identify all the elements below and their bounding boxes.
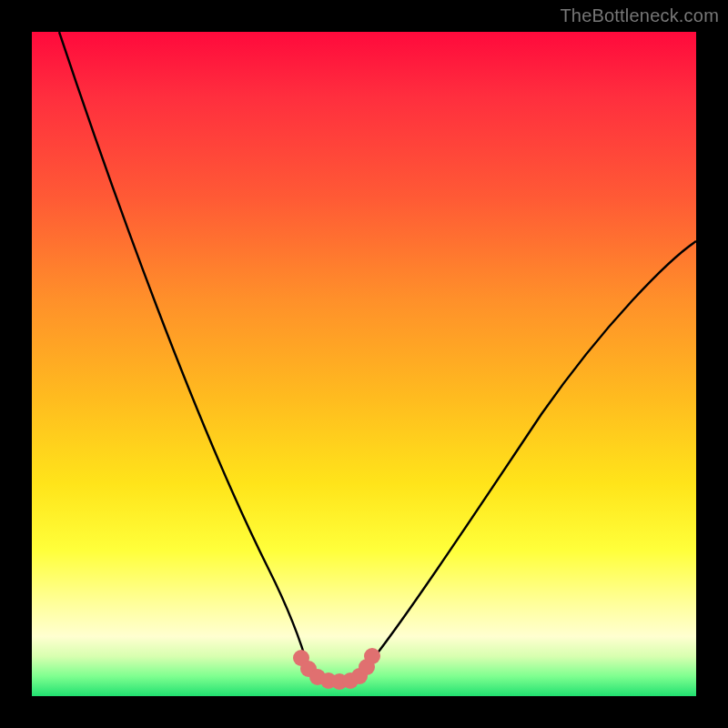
floor-highlight-dots — [293, 648, 380, 690]
svg-point-8 — [364, 648, 380, 664]
watermark-text: TheBottleneck.com — [560, 5, 719, 26]
curve-right-branch — [365, 241, 696, 669]
chart-frame: TheBottleneck.com — [0, 0, 728, 728]
bottleneck-curve — [32, 32, 696, 696]
plot-area — [32, 32, 696, 696]
curve-left-branch — [59, 32, 308, 669]
